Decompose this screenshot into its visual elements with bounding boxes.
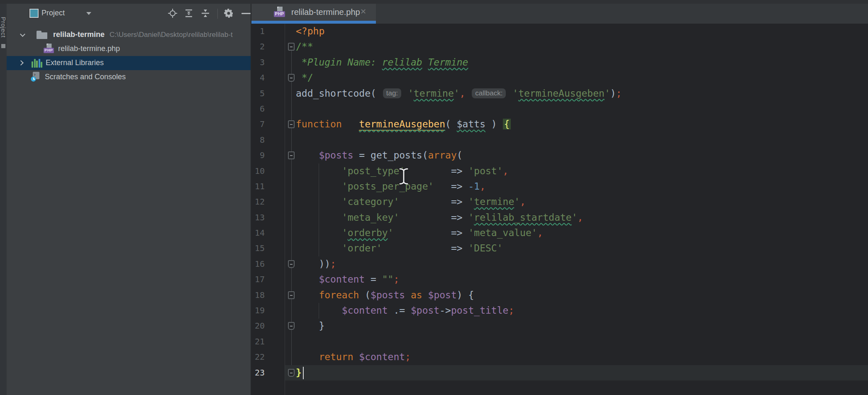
code-text: $content = ""; [251,272,868,287]
code-text: $content .= $post->post_title; [251,303,868,318]
code-line[interactable]: 5add_shortcode( tag: 'termine', callback… [251,86,868,101]
tool-window-handle-icon[interactable] [1,44,5,48]
line-number: 17 [251,272,265,287]
line-number: 20 [251,318,265,334]
fold-marker-icon[interactable] [288,74,295,82]
line-number: 5 [251,86,265,101]
project-toolwindow-label[interactable]: Project [0,12,7,43]
code-line[interactable]: 23} [251,365,868,380]
line-number: 1 [251,24,265,39]
fold-marker-icon[interactable] [288,151,295,159]
fold-marker-icon[interactable] [288,43,295,51]
code-text: 'order' => 'DESC' [251,241,868,256]
code-text: */ [251,70,868,85]
code-line[interactable]: 8 [251,132,868,148]
code-text: add_shortcode( tag: 'termine', callback:… [251,86,868,102]
fold-marker-icon[interactable] [288,120,295,128]
tree-item-label[interactable]: relilab-termine.php [58,44,120,53]
chevron-down-icon[interactable] [86,12,91,15]
code-line[interactable]: 10 'post_type' => 'post', [251,163,868,179]
code-line[interactable]: 19 $content .= $post->post_title; [251,303,868,318]
tree-item-label[interactable]: Scratches and Consoles [45,73,126,81]
code-line[interactable]: 20 } [251,318,868,334]
ide-window: Project Project [0,0,868,395]
expand-all-icon[interactable] [184,8,194,18]
tab-relilab-termine-php[interactable]: PHP relilab-termine.php ✕ [251,4,376,21]
code-area: 1<?php2/**3 *Plugin Name: relilab Termin… [251,24,868,380]
chevron-right-icon[interactable] [18,60,24,66]
code-text: *Plugin Name: relilab Termine [251,55,868,70]
code-line[interactable]: 13 'meta_key' => 'relilab_startdate', [251,210,868,225]
code-text: function termineAusgeben( $atts ) { [251,117,868,132]
tree-item-label[interactable]: External Libraries [46,59,104,67]
code-line[interactable]: 16 )); [251,256,868,272]
code-text: 'meta_key' => 'relilab_startdate', [251,210,868,225]
gear-icon[interactable] [224,8,234,18]
ibeam-cursor-icon [398,167,410,185]
tree-item-label[interactable]: relilab-termine [53,30,105,39]
tab-label[interactable]: relilab-termine.php [291,7,360,17]
line-number: 15 [251,241,265,256]
code-line[interactable]: 2/** [251,39,868,54]
tool-window-bar: Project [0,4,7,395]
code-line[interactable]: 14 'orderby' => 'meta_value', [251,225,868,241]
code-text: $posts = get_posts(array( [251,148,868,163]
code-line[interactable]: 11 'posts_per_page' => -1, [251,179,868,194]
code-line[interactable]: 7function termineAusgeben( $atts ) { [251,117,868,132]
line-number: 8 [251,132,265,148]
editor-tab-bar: PHP relilab-termine.php ✕ [251,4,868,24]
code-line[interactable]: 21 [251,334,868,349]
code-line[interactable]: 18 foreach ($posts as $post) { [251,288,868,303]
code-text: foreach ($posts as $post) { [251,288,868,303]
fold-marker-icon[interactable] [288,322,295,330]
line-number: 19 [251,303,265,318]
php-file-icon: PHP [44,44,54,54]
code-line[interactable]: 17 $content = ""; [251,272,868,287]
code-text: } [251,318,868,334]
toolbar-divider [217,9,218,19]
line-number: 7 [251,117,265,132]
tree-row-scratches[interactable]: › Scratches and Consoles [7,70,251,84]
project-panel: Project [7,4,251,395]
tree-row-php-file[interactable]: PHP relilab-termine.php [7,42,251,56]
locate-icon[interactable] [168,8,178,18]
code-line[interactable]: 22 return $content; [251,349,868,365]
code-line[interactable]: 1<?php [251,24,868,39]
code-text: 'orderby' => 'meta_value', [251,225,868,241]
chevron-down-icon[interactable] [20,32,25,37]
fold-marker-icon[interactable] [288,369,295,377]
project-view-icon [29,9,39,18]
line-number: 4 [251,70,265,85]
code-editor[interactable]: 1<?php2/**3 *Plugin Name: relilab Termin… [251,24,868,395]
line-number: 6 [251,101,265,117]
code-text: 'post_type' => 'post', [251,163,868,179]
line-number: 16 [251,256,265,272]
tree-row-external-libraries[interactable]: External Libraries [7,56,251,70]
php-file-icon: PHP [274,7,285,18]
code-line[interactable]: 12 'category' => 'termine', [251,194,868,210]
line-number: 3 [251,55,265,70]
line-number: 23 [251,365,265,380]
active-tab-indicator [251,21,376,24]
line-number: 14 [251,225,265,241]
project-panel-header: Project [7,4,251,24]
code-text: <?php [251,24,868,39]
code-line[interactable]: 15 'order' => 'DESC' [251,241,868,256]
collapse-all-icon[interactable] [200,8,210,18]
tree-row-project-root[interactable]: relilab-termine C:\Users\Daniel\Desktop\… [7,28,251,42]
code-line[interactable]: 3 *Plugin Name: relilab Termine [251,55,868,70]
scratches-icon: › [31,71,42,83]
external-libraries-icon [32,59,43,68]
line-number: 12 [251,194,265,210]
code-line[interactable]: 9 $posts = get_posts(array( [251,148,868,163]
fold-marker-icon[interactable] [288,260,295,268]
close-icon[interactable]: ✕ [360,7,366,16]
fold-marker-icon[interactable] [288,291,295,299]
text-caret [303,367,304,379]
code-line[interactable]: 4 */ [251,70,868,85]
line-number: 18 [251,288,265,303]
hide-panel-icon[interactable] [241,8,251,18]
code-text: )); [251,256,868,272]
code-line[interactable]: 6 [251,101,868,117]
project-panel-title[interactable]: Project [41,9,65,17]
